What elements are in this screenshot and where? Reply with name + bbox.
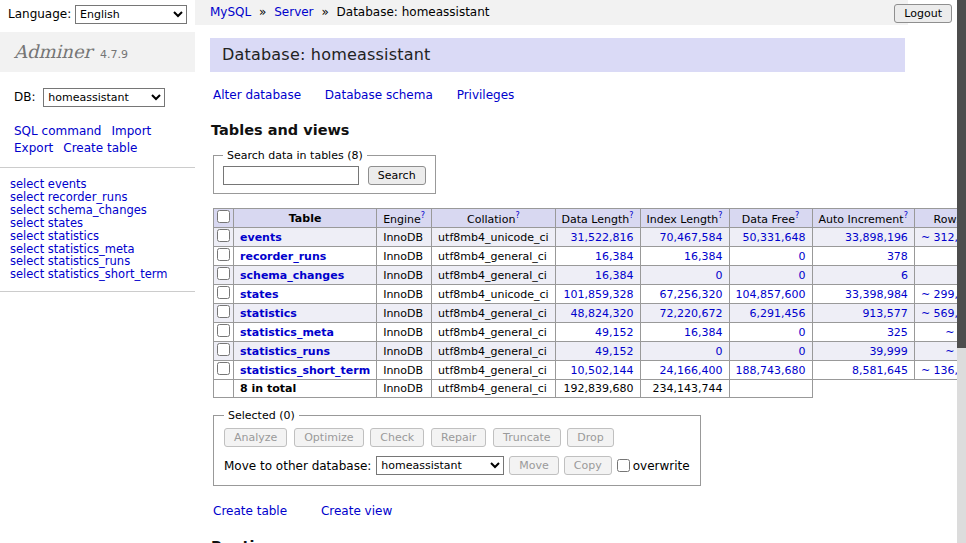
index-length-link[interactable]: 67,256,320 [660,288,723,301]
data-length-link[interactable]: 48,824,320 [571,307,634,320]
sidebar-item-select-schema-changes[interactable]: select schema_changes [10,204,185,217]
table-link[interactable]: statistics_runs [240,345,330,358]
search-button[interactable]: Search [368,166,426,185]
check-button[interactable]: Check [370,428,424,447]
data-free-link[interactable]: 0 [799,269,806,282]
drop-button[interactable]: Drop [567,428,613,447]
index-length-link[interactable]: 16,384 [684,250,723,263]
data-free-link[interactable]: 6,291,456 [750,307,806,320]
search-input[interactable] [223,166,359,185]
help-icon[interactable]: ? [629,211,633,220]
analyze-button[interactable]: Analyze [224,428,287,447]
data-free-link[interactable]: 104,857,600 [736,288,806,301]
vertical-scrollbar[interactable] [957,0,966,543]
engine-cell: InnoDB [377,323,432,342]
breadcrumb-mysql-link[interactable]: MySQL [210,5,251,19]
create-view-link[interactable]: Create view [321,504,392,518]
language-select[interactable]: English [75,5,187,24]
row-checkbox[interactable] [217,343,230,356]
table-link[interactable]: schema_changes [240,269,344,282]
auto-increment-link[interactable]: 6 [901,269,908,282]
data-free-link[interactable]: 188,743,680 [736,364,806,377]
index-length-link[interactable]: 24,166,400 [660,364,723,377]
data-length-link[interactable]: 101,859,328 [564,288,634,301]
row-checkbox[interactable] [217,286,230,299]
move-button[interactable]: Move [509,456,559,475]
sidebar-item-create-table[interactable]: Create table [63,141,137,155]
adminer-logo[interactable]: Adminer [14,41,92,62]
column-header-collation: Collation? [432,209,555,228]
database-schema-link[interactable]: Database schema [325,88,433,102]
help-icon[interactable]: ? [718,211,722,220]
data-length-link[interactable]: 31,522,816 [571,231,634,244]
data-length-link[interactable]: 16,384 [595,250,634,263]
sidebar-item-sql-command[interactable]: SQL command [14,124,101,138]
collation-cell: utf8mb4_general_ci [432,323,555,342]
table-link[interactable]: recorder_runs [240,250,326,263]
sidebar-table-list: select events select recorder_runs selec… [0,176,195,292]
sidebar-item-export[interactable]: Export [14,141,53,155]
auto-increment-link[interactable]: 33,398,984 [845,288,908,301]
total-data-free [729,380,812,398]
data-length-link[interactable]: 49,152 [595,345,634,358]
total-data-length: 192,839,680 [555,380,640,398]
index-length-link[interactable]: 0 [716,345,723,358]
help-icon[interactable]: ? [904,211,908,220]
select-all-checkbox[interactable] [217,210,230,223]
data-length-link[interactable]: 49,152 [595,326,634,339]
help-icon[interactable]: ? [515,211,519,220]
data-length-link[interactable]: 16,384 [595,269,634,282]
create-table-link[interactable]: Create table [213,504,287,518]
row-checkbox[interactable] [217,362,230,375]
index-length-link[interactable]: 0 [716,269,723,282]
index-length-link[interactable]: 16,384 [684,326,723,339]
sidebar-item-select-states[interactable]: select states [10,217,185,230]
table-link[interactable]: statistics [240,307,297,320]
sidebar-item-select-events[interactable]: select events [10,178,185,191]
table-link[interactable]: states [240,288,279,301]
data-free-link[interactable]: 0 [799,250,806,263]
help-icon[interactable]: ? [421,211,425,220]
table-link[interactable]: statistics_meta [240,326,334,339]
help-icon[interactable]: ? [795,211,799,220]
auto-increment-link[interactable]: 913,577 [862,307,908,320]
column-header-data-free: Data Free? [729,209,812,228]
data-free-link[interactable]: 0 [799,345,806,358]
row-checkbox[interactable] [217,267,230,280]
repair-button[interactable]: Repair [431,428,486,447]
row-checkbox[interactable] [217,248,230,261]
sidebar-item-select-statistics[interactable]: select statistics [10,230,185,243]
auto-increment-link[interactable]: 39,999 [869,345,908,358]
sidebar-item-select-statistics-short-term[interactable]: select statistics_short_term [10,268,185,281]
auto-increment-link[interactable]: 378 [887,250,908,263]
auto-increment-link[interactable]: 325 [887,326,908,339]
copy-button[interactable]: Copy [564,456,612,475]
table-link[interactable]: statistics_short_term [240,364,370,377]
row-checkbox[interactable] [217,324,230,337]
overwrite-checkbox[interactable] [617,459,630,472]
column-header-table[interactable]: Table [234,209,377,228]
main-content: Database: homeassistant Alter database D… [210,38,905,543]
data-length-link[interactable]: 10,502,144 [571,364,634,377]
logout-button[interactable]: Logout [894,4,952,23]
alter-database-link[interactable]: Alter database [213,88,301,102]
db-select[interactable]: homeassistant [43,88,165,107]
sidebar-item-select-recorder-runs[interactable]: select recorder_runs [10,191,185,204]
scrollbar-thumb[interactable] [957,0,966,348]
truncate-button[interactable]: Truncate [493,428,560,447]
index-length-link[interactable]: 70,467,584 [660,231,723,244]
optimize-button[interactable]: Optimize [294,428,363,447]
data-free-link[interactable]: 50,331,648 [743,231,806,244]
sidebar-item-import[interactable]: Import [111,124,151,138]
auto-increment-link[interactable]: 8,581,645 [852,364,908,377]
table-link[interactable]: events [240,231,282,244]
row-checkbox[interactable] [217,305,230,318]
privileges-link[interactable]: Privileges [457,88,515,102]
breadcrumb-server-link[interactable]: Server [274,5,313,19]
auto-increment-link[interactable]: 33,898,196 [845,231,908,244]
index-length-link[interactable]: 72,220,672 [660,307,723,320]
move-database-select[interactable]: homeassistant [376,456,504,475]
collation-cell: utf8mb4_unicode_ci [432,285,555,304]
data-free-link[interactable]: 0 [799,326,806,339]
row-checkbox[interactable] [217,229,230,242]
